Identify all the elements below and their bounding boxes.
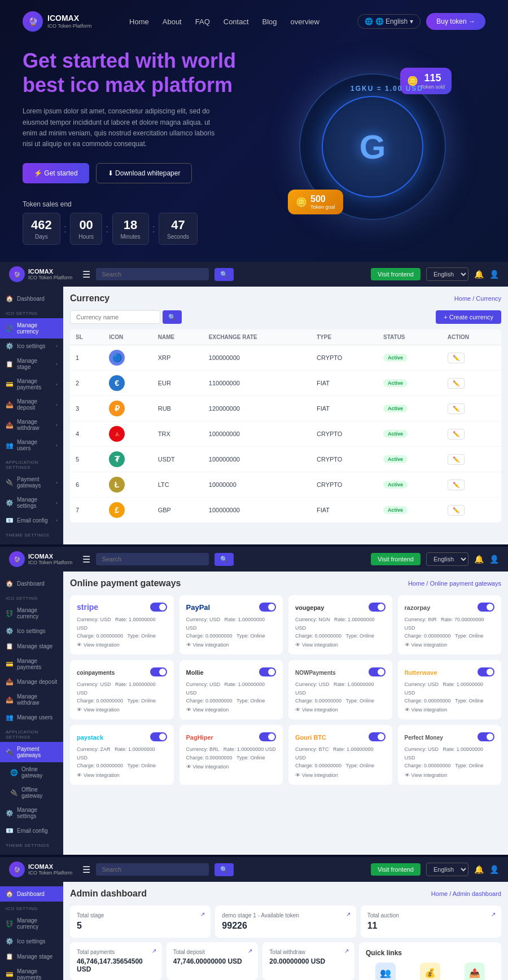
gateway-toggle[interactable] (259, 732, 276, 741)
sidebar-manage-payments-1[interactable]: 💳 Manage payments › (0, 374, 63, 394)
sidebar-dashboard-1[interactable]: 🏠 Dashboard (0, 291, 63, 306)
gateway-toggle[interactable] (478, 667, 494, 676)
bell-icon-1[interactable]: 🔔 (474, 270, 484, 279)
view-integration-link[interactable]: 👁 View integration (295, 642, 386, 648)
gateway-toggle[interactable] (369, 732, 386, 741)
gateway-toggle[interactable] (369, 603, 386, 612)
view-integration-link[interactable]: 👁 View integration (186, 707, 277, 713)
visit-frontend-btn-3[interactable]: Visit frontend (371, 863, 421, 876)
topbar-search-1[interactable] (96, 268, 209, 280)
sidebar-ico-settings-2[interactable]: ⚙️ Ico settings (0, 623, 63, 639)
edit-button[interactable]: ✏️ (448, 353, 465, 363)
sidebar-manage-settings-1[interactable]: ⚙️ Manage settings › (0, 493, 63, 513)
stat-arrow-1[interactable]: ↗ (200, 911, 205, 917)
edit-button[interactable]: ✏️ (448, 454, 465, 465)
sidebar-deposit-2[interactable]: 📥 Manage deposit (0, 674, 63, 689)
stat-arrow-6[interactable]: ↗ (344, 948, 349, 954)
nav-blog[interactable]: Blog (262, 17, 277, 26)
sidebar-gateways-2[interactable]: 🔌 Payment gateways (0, 742, 63, 762)
visit-frontend-btn-2[interactable]: Visit frontend (371, 553, 421, 565)
sidebar-dashboard-3[interactable]: 🏠 Dashboard (0, 886, 63, 902)
user-icon-3[interactable]: 👤 (489, 865, 499, 874)
stat-arrow-2[interactable]: ↗ (346, 911, 351, 917)
nav-faq[interactable]: FAQ (195, 17, 210, 26)
user-icon-2[interactable]: 👤 (489, 555, 499, 564)
stat-arrow-5[interactable]: ↗ (248, 948, 252, 954)
sidebar-stage-3[interactable]: 📋 Manage stage (0, 949, 63, 964)
stat-arrow-4[interactable]: ↗ (152, 948, 156, 954)
edit-button[interactable]: ✏️ (448, 378, 465, 389)
bell-icon-2[interactable]: 🔔 (474, 555, 484, 564)
visit-frontend-btn-1[interactable]: Visit frontend (371, 268, 421, 280)
sidebar-stage-2[interactable]: 📋 Manage stage (0, 639, 63, 654)
edit-button[interactable]: ✏️ (448, 429, 465, 440)
sidebar-online-gw-2[interactable]: 🌐 Online gateway (0, 762, 63, 783)
quick-link-item[interactable]: 👥 Users (366, 963, 406, 980)
gateway-toggle[interactable] (478, 732, 494, 741)
sidebar-users-2[interactable]: 👥 Manage users (0, 710, 63, 725)
sidebar-manage-currency-1[interactable]: 💱 Manage currency (0, 318, 63, 339)
gateway-toggle[interactable] (369, 667, 386, 676)
gateway-toggle[interactable] (150, 732, 167, 741)
hamburger-button-2[interactable]: ☰ (82, 554, 90, 565)
sidebar-payment-gateways-1[interactable]: 🔌 Payment gateways › (0, 472, 63, 493)
sidebar-email-config-1[interactable]: 📧 Email config › (0, 513, 63, 528)
edit-button[interactable]: ✏️ (448, 480, 465, 490)
gateway-toggle[interactable] (259, 603, 276, 612)
sidebar-manage-withdraw-1[interactable]: 📤 Manage withdraw › (0, 415, 63, 435)
bell-icon-3[interactable]: 🔔 (474, 865, 484, 874)
topbar-search-btn-3[interactable]: 🔍 (214, 863, 234, 876)
buy-token-button[interactable]: Buy token → (426, 13, 485, 30)
quick-link-item[interactable]: 📤 Withdraw (454, 963, 494, 980)
nav-overview[interactable]: overview (291, 17, 319, 26)
hamburger-button-1[interactable]: ☰ (82, 269, 90, 280)
sidebar-manage-deposit-1[interactable]: 📥 Manage deposit › (0, 394, 63, 415)
sidebar-payments-2[interactable]: 💳 Manage payments (0, 654, 63, 674)
create-currency-button[interactable]: + Create currency (436, 310, 501, 324)
view-integration-link[interactable]: 👁 View integration (186, 642, 277, 648)
view-integration-link[interactable]: 👁 View integration (186, 764, 277, 770)
edit-button[interactable]: ✏️ (448, 505, 465, 516)
topbar-search-2[interactable] (96, 553, 209, 565)
sidebar-currency-3[interactable]: 💱 Manage currency (0, 913, 63, 934)
topbar-lang-3[interactable]: English (426, 863, 468, 876)
sidebar-ico-settings-1[interactable]: ⚙️ Ico settings › (0, 339, 63, 354)
topbar-search-btn-1[interactable]: 🔍 (214, 268, 234, 281)
sidebar-manage-stage-1[interactable]: 📋 Manage stage › (0, 354, 63, 374)
whitepaper-button[interactable]: ⬇ Download whitepaper (96, 163, 192, 183)
stat-arrow-3[interactable]: ↗ (491, 911, 496, 917)
quick-link-item[interactable]: 💰 Deposit (410, 963, 450, 980)
sidebar-dashboard-2[interactable]: 🏠 Dashboard (0, 576, 63, 591)
gateway-toggle[interactable] (259, 667, 276, 676)
topbar-search-btn-2[interactable]: 🔍 (214, 553, 234, 566)
sidebar-currency-2[interactable]: 💱 Manage currency (0, 603, 63, 623)
sidebar-withdraw-2[interactable]: 📤 Manage withdraw (0, 689, 63, 710)
sidebar-payments-3[interactable]: 💳 Manage payments (0, 964, 63, 980)
topbar-search-3[interactable] (96, 863, 209, 876)
view-integration-link[interactable]: 👁 View integration (77, 772, 167, 778)
nav-contact[interactable]: Contact (224, 17, 249, 26)
view-integration-link[interactable]: 👁 View integration (77, 707, 167, 713)
edit-button[interactable]: ✏️ (448, 403, 465, 414)
view-integration-link[interactable]: 👁 View integration (405, 707, 495, 713)
sidebar-ico-settings-3[interactable]: ⚙️ Ico settings (0, 934, 63, 949)
currency-search-input[interactable] (70, 310, 160, 324)
get-started-button[interactable]: ⚡ Get started (23, 163, 89, 183)
view-integration-link[interactable]: 👁 View integration (295, 707, 386, 713)
sidebar-email-2[interactable]: 📧 Email config (0, 823, 63, 838)
view-integration-link[interactable]: 👁 View integration (77, 642, 167, 648)
sidebar-settings-2[interactable]: ⚙️ Manage settings (0, 803, 63, 823)
gateway-toggle[interactable] (150, 667, 167, 676)
nav-about[interactable]: About (163, 17, 182, 26)
view-integration-link[interactable]: 👁 View integration (405, 642, 495, 648)
nav-home[interactable]: Home (129, 17, 149, 26)
hamburger-button-3[interactable]: ☰ (82, 864, 90, 875)
view-integration-link[interactable]: 👁 View integration (295, 772, 386, 778)
sidebar-offline-gw-2[interactable]: 🔌 Offline gateway (0, 783, 63, 803)
view-integration-link[interactable]: 👁 View integration (405, 772, 495, 778)
topbar-lang-2[interactable]: English (426, 552, 468, 566)
sidebar-manage-users-1[interactable]: 👥 Manage users › (0, 435, 63, 455)
gateway-toggle[interactable] (478, 603, 494, 612)
gateway-toggle[interactable] (150, 603, 167, 612)
topbar-lang-1[interactable]: English (426, 267, 468, 281)
